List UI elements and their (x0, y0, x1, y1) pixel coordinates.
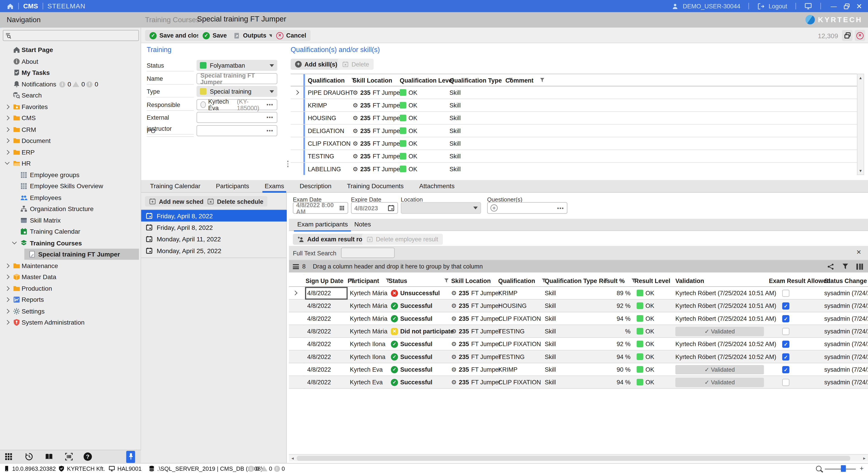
add-skills-button[interactable]: +Add skill(s) (290, 59, 342, 70)
column-header[interactable]: Qualification Type (450, 74, 513, 86)
table-row[interactable]: 4/8/2022Kyrtech IlonaSuccessful⚙235FT Ju… (289, 338, 868, 350)
share-icon[interactable] (827, 263, 834, 270)
sidebar-item-special-training-ft-jumper[interactable]: Special training FT Jumper (2, 248, 140, 260)
sidebar-item-system-administration[interactable]: System Administration (2, 317, 140, 328)
column-header[interactable]: Validation (675, 275, 704, 286)
sidebar-item-about[interactable]: About (2, 56, 140, 67)
schedule-item[interactable]: Monday, April 11, 2022 (141, 233, 287, 245)
sidebar-item-notifications[interactable]: Notifications i0 0 !0 (2, 79, 140, 90)
logout-button[interactable]: Logout (769, 3, 787, 9)
column-chooser-icon[interactable] (857, 263, 863, 269)
name-input[interactable]: Special training FT Jumper (196, 73, 277, 84)
expand-row-icon[interactable] (294, 90, 299, 95)
column-header[interactable]: Result Level (634, 275, 671, 286)
table-row[interactable]: LABELLING⚙235FT JumperOKSkill (290, 163, 857, 175)
exam-result-allowed-checkbox[interactable] (782, 315, 789, 322)
filter-icon[interactable] (540, 78, 545, 83)
tab-exams[interactable]: Exams (257, 180, 292, 193)
sidebar-item-cms[interactable]: CMS (2, 112, 140, 123)
sidebar-item-production[interactable]: Production (2, 283, 140, 294)
datetime-picker-icon[interactable] (339, 204, 345, 211)
sidebar-item-crm[interactable]: CRM (2, 124, 140, 135)
exam-result-allowed-checkbox[interactable] (782, 366, 789, 373)
chevron-right-icon[interactable] (5, 116, 9, 120)
column-header[interactable]: Result % (599, 275, 636, 286)
expire-date-input[interactable]: 4/8/2023 (351, 202, 398, 214)
scroll-up-icon[interactable]: ▲ (857, 74, 864, 82)
exam-result-allowed-checkbox[interactable] (782, 353, 789, 360)
nav-search-input[interactable] (3, 30, 139, 41)
lookup-ellipsis-button[interactable]: ••• (557, 205, 564, 211)
column-header[interactable]: Sign Up Date (306, 275, 354, 286)
chevron-right-icon[interactable] (5, 105, 9, 109)
chevron-right-icon[interactable] (5, 309, 9, 314)
lookup-ellipsis-button[interactable]: ••• (267, 102, 273, 107)
current-user[interactable]: DEMO_USER-30044 (683, 3, 740, 9)
table-row[interactable]: PIPE DRAUGHT⚙235FT JumperOKSkill (290, 86, 857, 99)
column-header[interactable]: Qualification Type (545, 275, 608, 286)
schedule-item[interactable]: Friday, April 8, 2022 (141, 221, 287, 233)
table-row[interactable]: DELIGATION⚙235FT JumperOKSkill (290, 125, 857, 137)
table-row[interactable]: 4/8/2022Kyrtech MáriaUnsuccessful⚙235FT … (289, 287, 868, 299)
external-instructor-input[interactable]: ••• (196, 112, 277, 123)
sidebar-item-employee-skills-overview[interactable]: Employee Skills Overview (2, 180, 140, 191)
lookup-ellipsis-button[interactable]: ••• (267, 128, 273, 134)
chevron-right-icon[interactable] (5, 320, 9, 325)
help-icon[interactable]: ? (84, 452, 92, 461)
expand-row-icon[interactable] (293, 291, 298, 295)
tab-participants[interactable]: Participants (208, 180, 257, 193)
zoom-in-icon[interactable]: + (860, 465, 864, 472)
home-icon[interactable] (6, 2, 14, 10)
table-row[interactable]: 4/8/2022Kyrtech EvaSuccessful⚙235FT Jump… (289, 363, 868, 376)
column-header[interactable]: Skill Location (353, 74, 392, 86)
sidebar-item-document[interactable]: Document (2, 135, 140, 146)
history-icon[interactable] (25, 452, 33, 461)
save-button[interactable]: ✓Save (198, 30, 231, 41)
exam-result-allowed-checkbox[interactable] (782, 289, 789, 297)
chevron-right-icon[interactable] (5, 127, 9, 132)
subtab-exam-participants[interactable]: Exam participants (294, 219, 351, 231)
table-row[interactable]: 4/8/2022Kyrtech EvaSuccessful⚙235FT Jump… (289, 376, 868, 389)
sidebar-item-training-courses[interactable]: Training Courses (2, 238, 140, 248)
responsible-input[interactable]: Kyrtech Éva(KY-185000)••• (196, 99, 277, 110)
column-header[interactable]: Qualification (498, 275, 546, 286)
app-grid-icon[interactable] (4, 452, 13, 461)
row-menu-icon[interactable] (293, 264, 299, 269)
po-input[interactable]: ••• (196, 125, 277, 136)
scroll-left-icon[interactable]: ◄ (289, 455, 296, 462)
chevron-right-icon[interactable] (5, 286, 9, 291)
location-select[interactable] (401, 202, 481, 214)
exam-result-allowed-checkbox[interactable] (782, 328, 789, 335)
sidebar-item-employee-groups[interactable]: Employee groups (2, 170, 140, 180)
pin-button[interactable] (126, 451, 135, 463)
chevron-right-icon[interactable] (5, 297, 9, 302)
lookup-ellipsis-button[interactable]: ••• (267, 115, 273, 120)
schedule-item[interactable]: Monday, April 25, 2022 (141, 245, 287, 256)
status-select[interactable]: Folyamatban (196, 60, 277, 71)
breadcrumb[interactable]: Training Courses (145, 16, 199, 24)
column-header[interactable]: Skill Location (451, 275, 491, 286)
minimize-button[interactable]: — (829, 2, 838, 10)
scroll-down-icon[interactable]: ▼ (857, 167, 864, 174)
sidebar-item-start-page[interactable]: Start Page (2, 45, 140, 55)
column-header[interactable]: Qualification Level (400, 74, 454, 86)
sidebar-item-employees[interactable]: Employees (2, 192, 140, 203)
plus-circle-icon[interactable]: + (490, 204, 498, 211)
scrollbar-thumb[interactable] (297, 456, 850, 461)
close-icon[interactable]: ✕ (856, 248, 862, 256)
tab-training-calendar[interactable]: Training Calendar (142, 180, 208, 193)
sidebar-item-settings[interactable]: Settings (2, 305, 140, 317)
schedule-item-selected[interactable]: Friday, April 8, 2022 (141, 210, 287, 221)
full-text-search-input[interactable] (341, 247, 395, 258)
filter-icon[interactable] (444, 278, 449, 283)
column-header[interactable]: Status Change (824, 275, 867, 286)
table-row[interactable]: TESTING⚙235FT JumperOKSkill (290, 150, 857, 163)
delete-schedule-button[interactable]: Delete schedule (203, 196, 267, 207)
filter-icon[interactable] (842, 263, 848, 270)
column-header[interactable]: Exam Result Allowed (769, 275, 830, 286)
logout-icon[interactable] (757, 2, 765, 10)
exam-result-allowed-checkbox[interactable] (782, 302, 789, 309)
zoom-slider[interactable] (825, 468, 856, 469)
sidebar-item-master-data[interactable]: Master Data (2, 271, 140, 283)
table-row[interactable]: 4/8/2022Kyrtech MáriaDid not participate… (289, 325, 868, 338)
